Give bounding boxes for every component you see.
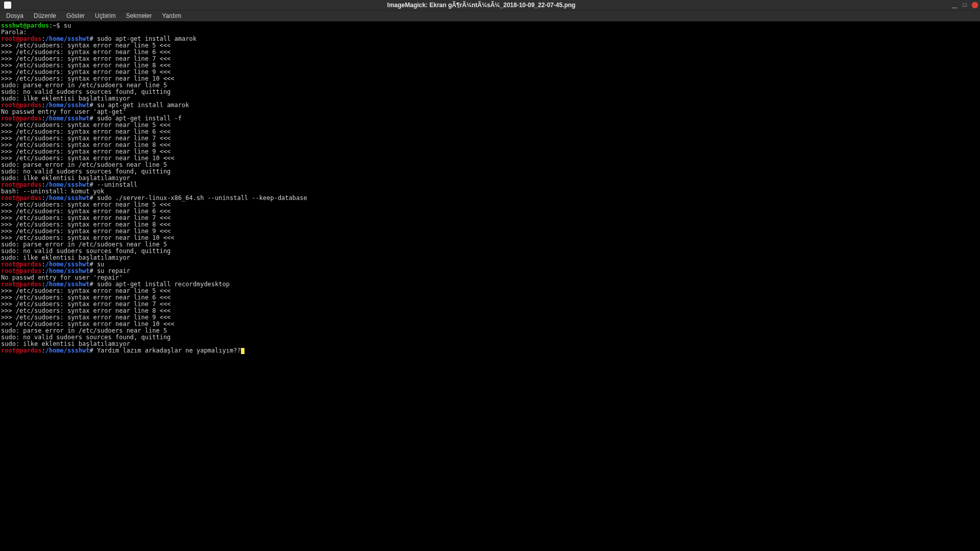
terminal-area[interactable]: ssshwt@pardus:~$ su Parola: root@pardus:… [0, 21, 980, 551]
title-bar: ImageMagick: Ekran gÃ¶rÃ¼ntÃ¼sÃ¼_2018-10… [0, 0, 980, 11]
maximize-icon[interactable]: □ [962, 2, 968, 8]
window-title: ImageMagick: Ekran gÃ¶rÃ¼ntÃ¼sÃ¼_2018-10… [11, 2, 951, 9]
menu-file[interactable]: Dosya [2, 11, 28, 20]
menu-help[interactable]: Yardım [158, 11, 185, 20]
app-icon [4, 2, 11, 9]
menu-view[interactable]: Göster [62, 11, 89, 20]
menu-edit[interactable]: Düzenle [30, 11, 60, 20]
window-controls: _ □ [951, 2, 978, 8]
menu-terminal[interactable]: Uçbirim [91, 11, 120, 20]
menu-tabs[interactable]: Sekmeler [122, 11, 156, 20]
menu-bar: Dosya Düzenle Göster Uçbirim Sekmeler Ya… [0, 11, 980, 21]
close-icon[interactable] [972, 2, 978, 8]
minimize-icon[interactable]: _ [951, 2, 958, 8]
terminal-cursor [241, 348, 244, 354]
